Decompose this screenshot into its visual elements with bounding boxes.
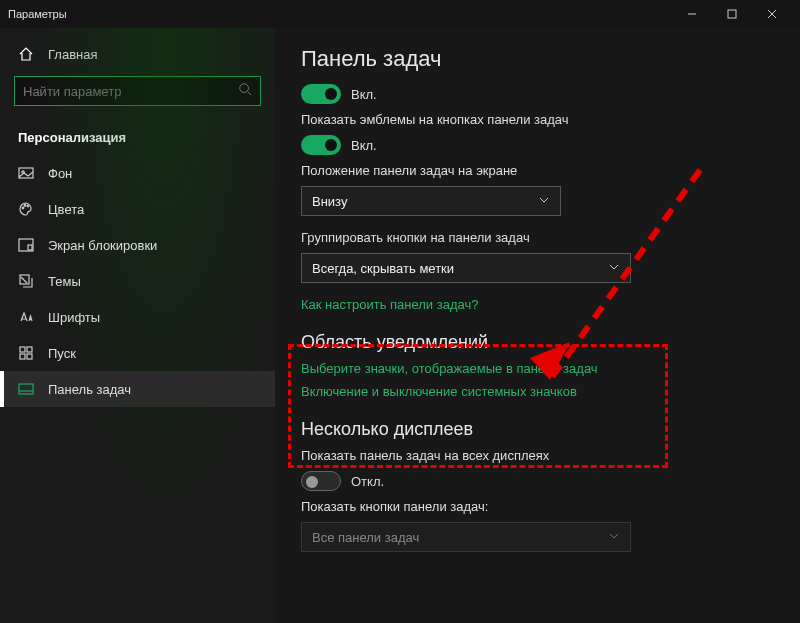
- sidebar-item-taskbar[interactable]: Панель задач: [0, 371, 275, 407]
- svg-rect-15: [27, 347, 32, 352]
- sidebar-item-colors[interactable]: Цвета: [0, 191, 275, 227]
- sidebar-item-fonts[interactable]: Шрифты: [0, 299, 275, 335]
- dropdown-group[interactable]: Всегда, скрывать метки: [301, 253, 631, 283]
- sidebar-item-background[interactable]: Фон: [0, 155, 275, 191]
- svg-point-4: [240, 84, 249, 93]
- search-field[interactable]: [23, 84, 238, 99]
- svg-point-10: [27, 205, 29, 207]
- maximize-button[interactable]: [712, 0, 752, 28]
- sidebar-home[interactable]: Главная: [0, 38, 275, 70]
- sidebar-item-label: Пуск: [48, 346, 76, 361]
- themes-icon: [18, 273, 34, 289]
- start-icon: [18, 345, 34, 361]
- svg-point-8: [22, 207, 24, 209]
- dropdown-value: Все панели задач: [312, 530, 419, 545]
- toggle-generic[interactable]: [301, 84, 341, 104]
- chevron-down-icon: [608, 261, 620, 276]
- chevron-down-icon: [608, 530, 620, 545]
- group-label: Группировать кнопки на панели задач: [301, 230, 800, 245]
- content: Панель задач Вкл. Показать эмблемы на кн…: [275, 28, 800, 623]
- section-multiple-displays: Несколько дисплеев: [301, 419, 800, 440]
- fonts-icon: [18, 309, 34, 325]
- svg-rect-14: [20, 347, 25, 352]
- titlebar: Параметры: [0, 0, 800, 28]
- help-link[interactable]: Как настроить панели задач?: [301, 297, 800, 312]
- page-title: Панель задач: [301, 46, 800, 72]
- svg-rect-18: [19, 384, 33, 394]
- taskbar-icon: [18, 381, 34, 397]
- sidebar-item-label: Цвета: [48, 202, 84, 217]
- multi-show-label: Показать панель задач на всех дисплеях: [301, 448, 800, 463]
- svg-line-5: [248, 92, 252, 96]
- link-select-icons[interactable]: Выберите значки, отображаемые в панели з…: [301, 361, 800, 376]
- toggle-state-label: Вкл.: [351, 138, 377, 153]
- sidebar-home-label: Главная: [48, 47, 97, 62]
- sidebar-item-lockscreen[interactable]: Экран блокировки: [0, 227, 275, 263]
- palette-icon: [18, 201, 34, 217]
- svg-rect-13: [20, 275, 29, 284]
- dropdown-value: Внизу: [312, 194, 347, 209]
- sidebar-item-label: Экран блокировки: [48, 238, 157, 253]
- sidebar-item-start[interactable]: Пуск: [0, 335, 275, 371]
- svg-rect-1: [728, 10, 736, 18]
- close-button[interactable]: [752, 0, 792, 28]
- multi-buttons-label: Показать кнопки панели задач:: [301, 499, 800, 514]
- sidebar-item-label: Шрифты: [48, 310, 100, 325]
- search-input[interactable]: [14, 76, 261, 106]
- position-label: Положение панели задач на экране: [301, 163, 800, 178]
- sidebar-item-label: Темы: [48, 274, 81, 289]
- sidebar: Главная Персонализация Фон Цвета Экран б…: [0, 28, 275, 623]
- dropdown-position[interactable]: Внизу: [301, 186, 561, 216]
- toggle-multi-displays[interactable]: [301, 471, 341, 491]
- badges-label: Показать эмблемы на кнопках панели задач: [301, 112, 800, 127]
- toggle-badges[interactable]: [301, 135, 341, 155]
- svg-point-9: [24, 205, 26, 207]
- chevron-down-icon: [538, 194, 550, 209]
- sidebar-group-title: Персонализация: [0, 116, 275, 155]
- picture-icon: [18, 165, 34, 181]
- lockscreen-icon: [18, 237, 34, 253]
- toggle-state-label: Откл.: [351, 474, 384, 489]
- dropdown-value: Всегда, скрывать метки: [312, 261, 454, 276]
- section-notification-area: Область уведомлений: [301, 332, 800, 353]
- svg-rect-17: [27, 354, 32, 359]
- dropdown-multi-buttons[interactable]: Все панели задач: [301, 522, 631, 552]
- sidebar-item-label: Панель задач: [48, 382, 131, 397]
- svg-rect-16: [20, 354, 25, 359]
- sidebar-item-label: Фон: [48, 166, 72, 181]
- sidebar-item-themes[interactable]: Темы: [0, 263, 275, 299]
- search-icon: [238, 82, 252, 100]
- minimize-button[interactable]: [672, 0, 712, 28]
- svg-rect-12: [28, 245, 32, 250]
- sidebar-nav: Фон Цвета Экран блокировки Темы Шрифты П…: [0, 155, 275, 407]
- window-title: Параметры: [8, 8, 672, 20]
- link-system-icons[interactable]: Включение и выключение системных значков: [301, 384, 800, 399]
- home-icon: [18, 46, 34, 62]
- toggle-state-label: Вкл.: [351, 87, 377, 102]
